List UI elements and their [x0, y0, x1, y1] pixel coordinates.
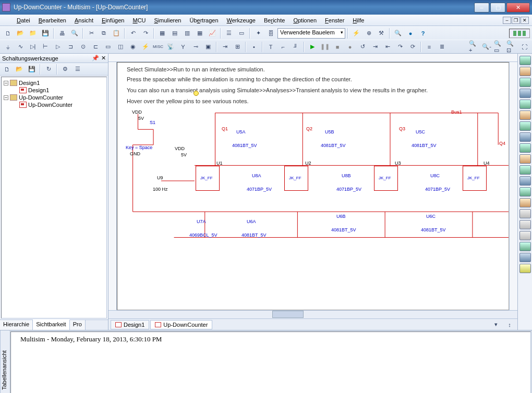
mixed-icon[interactable]: ◫ — [115, 41, 126, 53]
menu-berichte[interactable]: Berichte — [260, 16, 289, 24]
list-icon[interactable]: ☰ — [223, 28, 235, 39]
tool-icon[interactable]: ⚒ — [376, 28, 387, 39]
cmos-icon[interactable]: ⊏ — [90, 41, 101, 53]
tab-sichtbarkeit[interactable]: Sichtbarkeit — [33, 320, 69, 330]
design-tree[interactable]: – Design1 Design1 – Up-DownCounter Up-Do… — [1, 77, 107, 318]
fullscreen-icon[interactable]: ⛶ — [518, 41, 530, 53]
instrument-labview[interactable] — [519, 242, 531, 251]
cut-icon[interactable]: ✂ — [86, 28, 97, 39]
step-back-icon[interactable]: ↺ — [357, 41, 368, 53]
zoom-in-icon[interactable]: 🔍+ — [468, 41, 480, 53]
instrument-tek[interactable] — [519, 231, 531, 240]
opamp-icon[interactable]: ▷ — [52, 41, 64, 53]
step2-icon[interactable]: ⇤ — [382, 41, 393, 53]
refresh-icon[interactable]: ↻ — [43, 64, 54, 75]
menu-werkzeuge[interactable]: Werkzeuge — [223, 16, 260, 24]
print-preview-icon[interactable]: 🔍 — [69, 28, 80, 39]
instrument-wordgen[interactable] — [519, 132, 531, 142]
sidebar-close-icon[interactable]: ✕ — [101, 55, 106, 62]
print-icon[interactable]: 🖶 — [56, 28, 68, 39]
stop-icon[interactable]: ■ — [332, 41, 343, 53]
mdi-close[interactable]: ✕ — [521, 17, 529, 24]
chip-icon[interactable]: ▭ — [236, 28, 247, 39]
instrument-scope[interactable] — [519, 89, 531, 98]
menu-hilfe[interactable]: Hilfe — [348, 16, 368, 24]
component-combo[interactable]: Verwendete Bauelem — [277, 28, 345, 39]
instrument-logic-conv[interactable] — [519, 154, 531, 164]
instrument-net[interactable] — [519, 198, 531, 207]
new-icon[interactable]: 🗋 — [2, 28, 14, 39]
bus-icon[interactable]: ⇥ — [219, 41, 231, 53]
new-doc-icon[interactable]: 🗋 — [1, 64, 13, 75]
resistor-icon[interactable]: ∿ — [15, 41, 26, 53]
prop-icon[interactable]: ⚙ — [59, 64, 71, 75]
menu-mcu[interactable]: MCU — [128, 16, 150, 24]
tab-menu-icon[interactable]: ▾ — [490, 319, 502, 330]
meter-icon[interactable]: ⊕ — [363, 28, 374, 39]
component-u3[interactable]: JK_FF — [374, 166, 398, 191]
instrument-elvis[interactable] — [519, 253, 531, 262]
layers-icon[interactable]: ▥ — [182, 28, 193, 39]
instrument-agilent2[interactable] — [519, 220, 531, 229]
paste-icon[interactable]: 📋 — [111, 28, 122, 39]
instrument-4ch[interactable] — [519, 100, 531, 109]
redo-icon[interactable]: ↷ — [140, 28, 151, 39]
junction-icon[interactable]: • — [248, 41, 260, 53]
tab-hierarchie[interactable]: Hierarchie — [0, 320, 33, 330]
tree-updown[interactable]: Up-DownCounter — [19, 94, 63, 101]
mdi-minimize[interactable]: – — [503, 17, 511, 24]
tree-design1[interactable]: Design1 — [19, 80, 40, 86]
tree-updown-doc[interactable]: Up-DownCounter — [28, 102, 72, 108]
help-icon[interactable]: ? — [417, 28, 429, 39]
scroll-thumb[interactable] — [272, 311, 304, 318]
instrument-logic-analyzer[interactable] — [519, 143, 531, 153]
ic-icon[interactable]: ▭ — [102, 41, 114, 53]
run-icon[interactable]: ▶ — [307, 41, 318, 53]
rf-icon[interactable]: 📡 — [165, 41, 176, 53]
step-icon[interactable]: ⇥ — [369, 41, 381, 53]
text-icon[interactable]: T — [265, 41, 276, 53]
graph-icon[interactable]: 📈 — [207, 28, 218, 39]
menu-simulieren[interactable]: Simulieren — [150, 16, 186, 24]
instrument-current[interactable] — [519, 264, 531, 273]
sidebar-pin-icon[interactable]: 📌 — [92, 55, 99, 62]
instrument-agilent1[interactable] — [519, 209, 531, 218]
tree-collapse-icon[interactable]: – — [4, 81, 8, 85]
tree-collapse-icon[interactable]: – — [4, 95, 8, 100]
tab-close-icon[interactable]: ↕ — [504, 319, 515, 330]
menu-uebertragen[interactable]: Übertragen — [186, 16, 223, 24]
table-icon[interactable]: ▦ — [194, 28, 205, 39]
minimize-button[interactable]: – — [474, 3, 489, 13]
close-button[interactable]: ✕ — [506, 3, 530, 13]
menu-ansicht[interactable]: Ansicht — [70, 16, 98, 24]
record-icon[interactable]: ● — [344, 41, 356, 53]
doc-tab-updown[interactable]: Up-DownCounter — [150, 320, 212, 329]
probe-icon[interactable]: ⚡ — [350, 28, 362, 39]
instrument-freq[interactable] — [519, 121, 531, 131]
maximize-button[interactable]: ▢ — [490, 3, 505, 13]
menu-fenster[interactable]: Fenster — [321, 16, 348, 24]
tree-design1-doc[interactable]: Design1 — [28, 87, 49, 93]
grid-icon[interactable]: ▦ — [156, 28, 168, 39]
menu-datei[interactable]: Datei — [13, 16, 34, 24]
component-u2[interactable]: JK_FF — [284, 166, 308, 191]
wizard-icon[interactable]: ✦ — [252, 28, 264, 39]
open2-icon[interactable]: 📂 — [14, 64, 25, 75]
scrollbar-horizontal[interactable] — [108, 310, 517, 318]
misc-icon[interactable]: MISC — [152, 41, 164, 53]
zoom-out-icon[interactable]: 🔍- — [481, 41, 492, 53]
component-u1[interactable]: JK_FF — [196, 166, 220, 191]
instrument-fgen[interactable] — [519, 67, 531, 76]
source-icon[interactable]: ⊙ — [77, 41, 89, 53]
instrument-dist[interactable] — [519, 176, 531, 186]
zoom-area-icon[interactable]: 🔍▭ — [493, 41, 505, 53]
sheet-icon[interactable]: ▤ — [169, 28, 180, 39]
save2-icon[interactable]: 💾 — [26, 64, 38, 75]
doc-tab-design1[interactable]: Design1 — [111, 320, 149, 329]
instrument-spec[interactable] — [519, 187, 531, 197]
schematic-canvas[interactable]: Select Simulate>>Run to run an interacti… — [117, 62, 509, 310]
search-icon[interactable]: 🔍 — [392, 28, 404, 39]
wire-icon[interactable]: ⌐ — [277, 41, 289, 53]
prop2-icon[interactable]: ☰ — [72, 64, 83, 75]
conn-icon[interactable]: ⊸ — [190, 41, 201, 53]
